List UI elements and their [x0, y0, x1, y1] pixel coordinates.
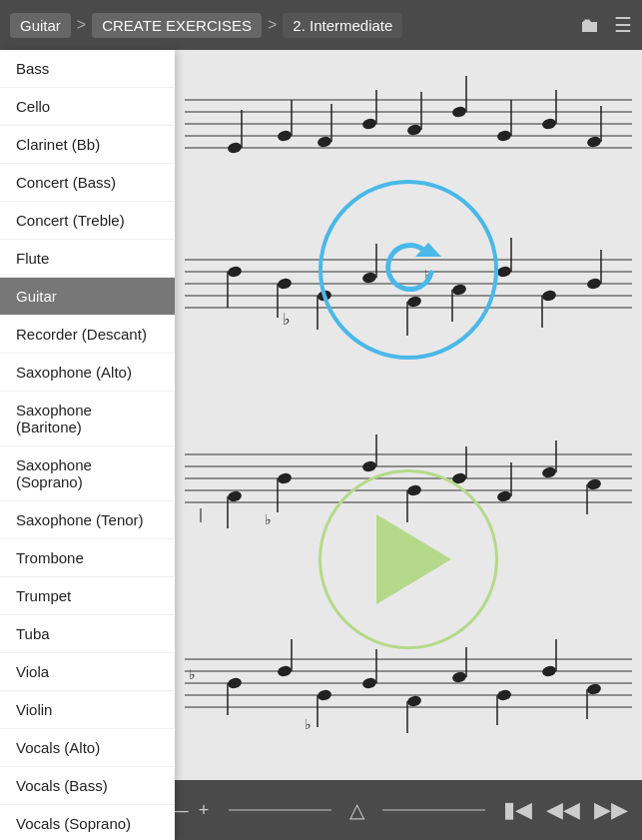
dropdown-item[interactable]: Bass [0, 50, 175, 88]
dropdown-item[interactable]: Tuba [0, 615, 175, 653]
svg-point-65 [496, 489, 512, 502]
dropdown-item[interactable]: Clarinet (Bb) [0, 126, 175, 164]
instrument-breadcrumb[interactable]: Guitar [10, 13, 71, 38]
dropdown-item[interactable]: Trombone [0, 539, 175, 577]
svg-point-15 [451, 105, 467, 118]
svg-point-67 [541, 465, 557, 478]
dropdown-item[interactable]: Vocals (Soprano) [0, 805, 175, 840]
header-icons: 🖿 ☰ [580, 13, 632, 37]
svg-point-28 [227, 265, 243, 278]
svg-point-9 [317, 135, 332, 148]
dropdown-item[interactable]: Cello [0, 88, 175, 126]
dropdown-item[interactable]: Concert (Treble) [0, 202, 175, 240]
svg-point-46 [586, 277, 602, 290]
svg-point-86 [406, 694, 422, 707]
svg-text:♭: ♭ [283, 311, 291, 328]
app-header: Guitar > CREATE EXERCISES > 2. Intermedi… [0, 0, 642, 50]
play-circle[interactable] [319, 469, 498, 649]
svg-text:♭: ♭ [189, 666, 196, 682]
sheet-music-area: ♭ ♭ ♭ [175, 50, 642, 780]
svg-point-90 [496, 688, 512, 701]
svg-point-69 [586, 477, 602, 490]
sheet-music-svg: ♭ ♭ ♭ [175, 50, 642, 769]
fast-forward-button[interactable]: ▶▶ [594, 797, 628, 823]
metronome-icon[interactable]: △ [349, 798, 364, 822]
svg-point-88 [451, 670, 467, 683]
dropdown-item[interactable]: Recorder (Descant) [0, 316, 175, 354]
svg-point-79 [277, 664, 293, 677]
tempo-increase-button[interactable]: + [197, 800, 212, 821]
dropdown-item[interactable]: Vocals (Alto) [0, 729, 175, 767]
svg-point-77 [227, 676, 243, 689]
skip-start-button[interactable]: ▮◀ [503, 797, 532, 823]
dropdown-item[interactable]: Viola [0, 653, 175, 691]
svg-point-84 [361, 676, 377, 689]
breadcrumb-sep-2: > [268, 16, 277, 34]
level-breadcrumb[interactable]: 2. Intermediate [283, 13, 402, 38]
refresh-circle[interactable] [319, 180, 498, 360]
dropdown-item[interactable]: Violin [0, 691, 175, 729]
dropdown-item[interactable]: Saxophone (Baritone) [0, 392, 175, 446]
svg-point-17 [496, 129, 512, 142]
svg-point-42 [496, 265, 512, 278]
svg-point-5 [227, 141, 243, 154]
divider2 [382, 809, 485, 811]
svg-point-81 [317, 688, 332, 701]
hamburger-icon[interactable]: ☰ [614, 13, 632, 37]
svg-point-44 [541, 289, 557, 302]
folder-icon[interactable]: 🖿 [580, 14, 600, 37]
svg-point-92 [541, 664, 557, 677]
svg-point-94 [586, 682, 602, 695]
create-exercises-breadcrumb[interactable]: CREATE EXERCISES [92, 13, 262, 38]
dropdown-item[interactable]: Flute [0, 240, 175, 278]
rewind-button[interactable]: ◀◀ [546, 797, 580, 823]
svg-point-21 [586, 135, 602, 148]
dropdown-item[interactable]: Guitar [0, 278, 175, 316]
breadcrumb: Guitar > CREATE EXERCISES > 2. Intermedi… [10, 13, 580, 38]
svg-point-11 [361, 117, 377, 130]
svg-point-19 [541, 117, 557, 130]
svg-point-13 [406, 123, 422, 136]
svg-text:♭: ♭ [265, 511, 272, 527]
dropdown-item[interactable]: Vocals (Bass) [0, 767, 175, 805]
svg-point-30 [277, 277, 293, 290]
playback-controls: ▮◀ ◀◀ ▶▶ [503, 797, 628, 823]
svg-text:♭: ♭ [305, 716, 312, 732]
dropdown-item[interactable]: Trumpet [0, 577, 175, 615]
dropdown-item[interactable]: Saxophone (Alto) [0, 354, 175, 392]
dropdown-item[interactable]: Saxophone (Tenor) [0, 501, 175, 539]
dropdown-item[interactable]: Saxophone (Soprano) [0, 446, 175, 501]
breadcrumb-sep-1: > [77, 16, 86, 34]
svg-point-59 [361, 459, 377, 472]
play-triangle-icon [376, 514, 451, 604]
svg-point-53 [227, 489, 243, 502]
instrument-dropdown: BassCelloClarinet (Bb)Concert (Bass)Conc… [0, 50, 175, 840]
refresh-icon [373, 235, 443, 305]
divider [229, 809, 331, 811]
svg-point-7 [277, 129, 293, 142]
dropdown-item[interactable]: Concert (Bass) [0, 164, 175, 202]
svg-point-56 [277, 471, 293, 484]
